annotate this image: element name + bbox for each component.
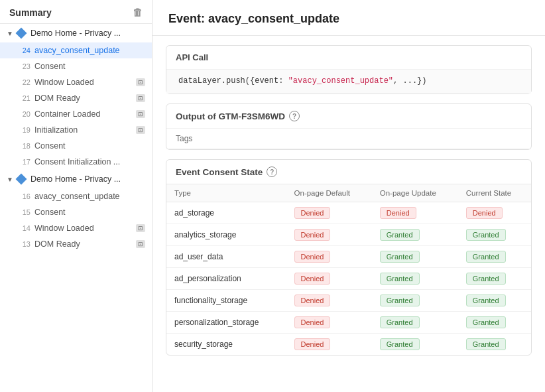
status-badge: Granted [380,338,420,350]
item-label-1-3: DOM Ready [34,239,131,249]
sidebar-group-header-1[interactable]: ▼ Demo Home - Privacy ... [0,170,152,188]
consent-val-0-0: Denied [286,202,372,224]
status-badge: Granted [466,251,506,263]
api-call-code: dataLayer.push({event: "avacy_consent_up… [166,70,531,94]
api-call-title: API Call [166,46,531,70]
sidebar-groups: ▼ Demo Home - Privacy ... 24 avacy_conse… [0,24,152,252]
sidebar-group-label-0: Demo Home - Privacy ... [30,29,121,38]
consent-val-2-1: Granted [372,246,458,268]
consent-type-5: personalization_storage [166,312,286,334]
sidebar-group-1: ▼ Demo Home - Privacy ... 16 avacy_conse… [0,170,152,252]
status-badge: Granted [380,294,420,306]
sidebar-item-0-5[interactable]: 19 Initialization ⊡ [0,122,152,138]
status-badge: Denied [294,229,331,241]
consent-col-0: Type [166,184,286,202]
item-label-1-2: Window Loaded [34,224,131,233]
item-label-1-1: Consent [34,208,145,217]
consent-header: Event Consent State ? [166,160,531,184]
sidebar-header: Summary 🗑 [0,0,152,24]
consent-val-2-2: Granted [458,246,531,268]
item-num-0-3: 21 [19,94,30,102]
consent-val-5-1: Granted [372,312,458,334]
item-label-0-0: avacy_consent_update [34,46,145,55]
output-section: Output of GTM-F3SM6WD ? Tags [166,103,532,150]
consent-col-2: On-page Update [372,184,458,202]
arrow-icon-0: ▼ [7,30,13,37]
sidebar-group-0: ▼ Demo Home - Privacy ... 24 avacy_conse… [0,24,152,170]
status-badge: Denied [294,338,331,350]
item-label-0-3: DOM Ready [34,94,131,103]
consent-type-0: ad_storage [166,202,286,224]
consent-help-icon[interactable]: ? [267,166,277,177]
item-num-0-1: 23 [19,62,30,70]
tag-icon-0-3: ⊡ [136,94,145,102]
consent-section: Event Consent State ? TypeOn-page Defaul… [166,159,532,356]
consent-type-1: analytics_storage [166,224,286,246]
sidebar-item-0-2[interactable]: 22 Window Loaded ⊡ [0,74,152,90]
status-badge: Granted [380,316,420,328]
sidebar-item-0-0[interactable]: 24 avacy_consent_update [0,42,152,58]
sidebar-item-1-3[interactable]: 13 DOM Ready ⊡ [0,236,152,252]
item-label-0-7: Consent Initialization ... [34,157,145,166]
sidebar-group-header-0[interactable]: ▼ Demo Home - Privacy ... [0,24,152,42]
status-badge: Denied [294,251,331,263]
status-badge: Granted [466,294,506,306]
table-row: ad_storageDeniedDeniedDenied [166,202,531,224]
item-num-0-6: 18 [19,142,30,150]
sidebar-item-1-0[interactable]: 16 avacy_consent_update [0,188,152,204]
item-num-1-3: 13 [19,240,30,248]
tag-icon-1-3: ⊡ [136,240,145,248]
item-label-0-6: Consent [34,141,145,151]
item-num-1-1: 15 [19,208,30,216]
api-call-section: API Call dataLayer.push({event: "avacy_c… [166,45,532,94]
status-badge: Granted [380,273,420,285]
status-badge: Granted [466,229,506,241]
trash-icon[interactable]: 🗑 [133,7,143,18]
sidebar-group-label-1: Demo Home - Privacy ... [30,174,121,184]
consent-table: TypeOn-page DefaultOn-page UpdateCurrent… [166,184,531,355]
status-badge: Granted [466,316,506,328]
table-row: analytics_storageDeniedGrantedGranted [166,224,531,246]
code-suffix: , ...}) [393,76,426,86]
item-num-0-7: 17 [19,158,30,166]
code-value: "avacy_consent_update" [288,76,393,86]
sidebar-item-0-7[interactable]: 17 Consent Initialization ... [0,154,152,170]
status-badge: Denied [294,294,331,306]
consent-val-0-1: Denied [372,202,458,224]
table-row: ad_user_dataDeniedGrantedGranted [166,246,531,268]
sidebar-item-0-1[interactable]: 23 Consent [0,58,152,74]
status-badge: Denied [294,316,331,328]
consent-val-1-1: Granted [372,224,458,246]
consent-val-1-0: Denied [286,224,372,246]
consent-col-1: On-page Default [286,184,372,202]
page-title: Event: avacy_consent_update [152,0,545,36]
item-num-1-2: 14 [19,224,30,232]
output-help-icon[interactable]: ? [289,111,300,121]
consent-val-5-2: Granted [458,312,531,334]
consent-type-4: functionality_storage [166,290,286,312]
sidebar-item-1-1[interactable]: 15 Consent [0,204,152,220]
consent-type-6: security_storage [166,334,286,356]
item-label-0-2: Window Loaded [34,78,131,87]
item-label-1-0: avacy_consent_update [34,192,145,201]
consent-val-0-2: Denied [458,202,531,224]
consent-type-3: ad_personalization [166,268,286,290]
sidebar-title: Summary [9,7,52,18]
consent-val-4-2: Granted [458,290,531,312]
sidebar-item-0-3[interactable]: 21 DOM Ready ⊡ [0,90,152,106]
sidebar-item-0-6[interactable]: 18 Consent [0,138,152,154]
consent-val-6-1: Granted [372,334,458,356]
tag-icon-0-2: ⊡ [136,78,145,86]
consent-val-6-0: Denied [286,334,372,356]
consent-val-2-0: Denied [286,246,372,268]
status-badge: Granted [380,229,420,241]
sidebar-item-0-4[interactable]: 20 Container Loaded ⊡ [0,106,152,122]
sidebar-item-1-2[interactable]: 14 Window Loaded ⊡ [0,220,152,236]
output-header: Output of GTM-F3SM6WD ? [166,104,531,129]
item-num-0-0: 24 [19,46,30,54]
table-row: security_storageDeniedGrantedGranted [166,334,531,356]
consent-val-5-0: Denied [286,312,372,334]
main-content: Event: avacy_consent_update API Call dat… [152,0,545,392]
tag-icon-0-4: ⊡ [136,110,145,118]
output-title: Output of GTM-F3SM6WD [176,111,285,121]
